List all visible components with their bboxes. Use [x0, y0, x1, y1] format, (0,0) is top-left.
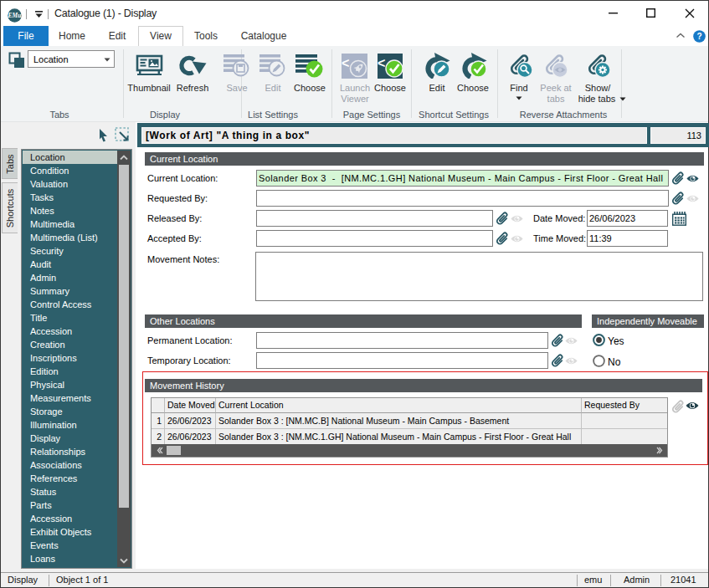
- svg-text:EMu: EMu: [8, 12, 21, 19]
- svg-text:<: <: [342, 56, 349, 70]
- svg-text:<: <: [378, 56, 385, 70]
- svg-text:?: ?: [696, 32, 701, 41]
